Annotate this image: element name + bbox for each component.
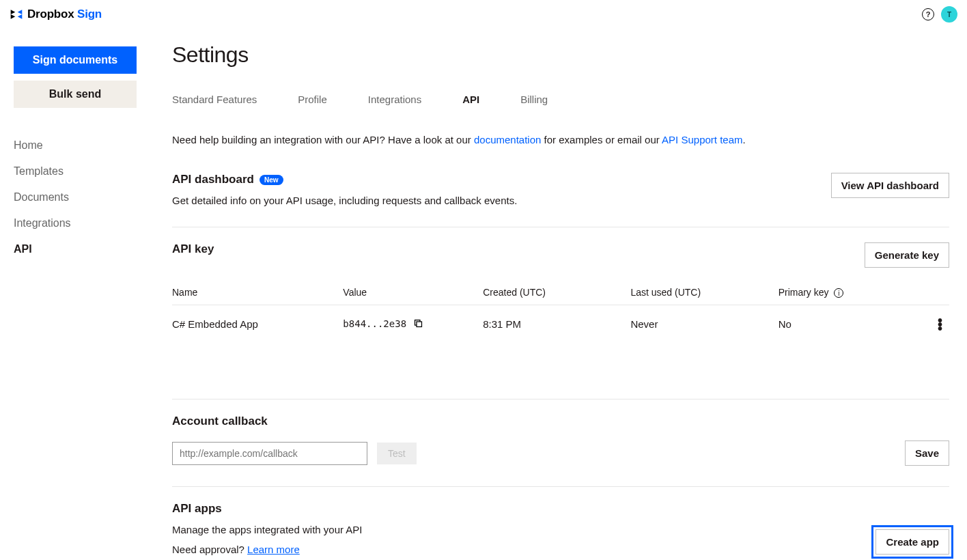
nav-home[interactable]: Home (14, 132, 143, 158)
copy-icon[interactable] (413, 318, 423, 331)
dropbox-sign-logo-icon (10, 8, 23, 21)
documentation-link[interactable]: documentation (474, 134, 541, 145)
tab-standard-features[interactable]: Standard Features (172, 94, 257, 105)
col-primary: Primary key i (779, 280, 919, 305)
help-text: Need help building an integration with o… (172, 134, 949, 145)
new-badge: New (260, 175, 283, 185)
svg-rect-0 (417, 322, 422, 327)
callback-url-input[interactable] (172, 442, 367, 465)
col-name: Name (172, 280, 343, 305)
settings-tabs: Standard Features Profile Integrations A… (172, 94, 949, 105)
api-support-link[interactable]: API Support team (662, 134, 742, 145)
bulk-send-button[interactable]: Bulk send (14, 81, 137, 108)
key-lastused: Never (630, 305, 778, 338)
approval-text: Need approval? (172, 544, 247, 555)
save-button[interactable]: Save (905, 440, 949, 466)
logo[interactable]: Dropbox Sign (5, 8, 102, 21)
test-button: Test (377, 443, 417, 464)
nav-api[interactable]: API (14, 236, 143, 262)
section-api-apps: API apps Manage the apps integrated with… (172, 502, 949, 555)
avatar[interactable]: T (941, 6, 957, 23)
sidebar: Sign documents Bulk send Home Templates … (0, 29, 157, 560)
create-app-button[interactable]: Create app (875, 529, 949, 555)
api-apps-title: API apps (172, 502, 363, 516)
section-api-dashboard: API dashboard New Get detailed info on y… (172, 173, 949, 227)
api-key-table: Name Value Created (UTC) Last used (UTC)… (172, 280, 949, 337)
account-callback-title: Account callback (172, 415, 949, 428)
api-apps-desc: Manage the apps integrated with your API (172, 524, 363, 535)
section-account-callback: Account callback Test Save (172, 415, 949, 487)
tab-integrations[interactable]: Integrations (368, 94, 421, 105)
logo-text: Dropbox Sign (27, 8, 102, 21)
info-icon[interactable]: i (834, 288, 843, 298)
tab-profile[interactable]: Profile (298, 94, 327, 105)
api-dashboard-desc: Get detailed info on your API usage, inc… (172, 195, 517, 206)
tab-billing[interactable]: Billing (520, 94, 548, 105)
view-api-dashboard-button[interactable]: View API dashboard (831, 173, 949, 198)
nav-documents[interactable]: Documents (14, 184, 143, 210)
section-api-key: API key Generate key Name Value Created … (172, 242, 949, 400)
sidebar-nav: Home Templates Documents Integrations AP… (14, 132, 143, 262)
nav-integrations[interactable]: Integrations (14, 210, 143, 236)
page-title: Settings (172, 42, 949, 68)
nav-templates[interactable]: Templates (14, 158, 143, 184)
api-key-title: API key (172, 242, 214, 256)
sign-documents-button[interactable]: Sign documents (14, 46, 137, 74)
key-name: C# Embedded App (172, 305, 343, 338)
tab-api[interactable]: API (462, 94, 479, 105)
help-icon[interactable]: ? (922, 8, 934, 20)
api-dashboard-title: API dashboard (172, 173, 254, 186)
col-created: Created (UTC) (483, 280, 630, 305)
kebab-menu-icon[interactable]: ••• (918, 318, 949, 331)
learn-more-link[interactable]: Learn more (247, 544, 300, 555)
generate-key-button[interactable]: Generate key (865, 242, 949, 268)
key-primary: No (779, 305, 919, 338)
table-row: C# Embedded App b844...2e38 8:31 PM (172, 305, 949, 338)
key-created: 8:31 PM (483, 305, 630, 338)
key-value: b844...2e38 (343, 318, 406, 329)
col-lastused: Last used (UTC) (630, 280, 778, 305)
main-content: Settings Standard Features Profile Integ… (157, 29, 956, 560)
col-value: Value (343, 280, 483, 305)
